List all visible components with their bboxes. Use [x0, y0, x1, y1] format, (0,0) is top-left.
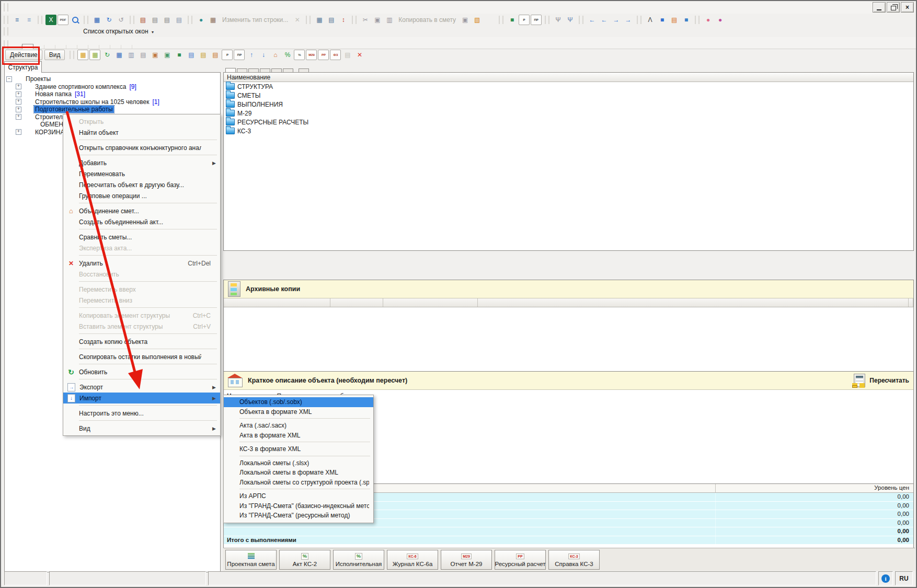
- insert-row-icon[interactable]: ▤: [326, 15, 337, 25]
- delete-object-icon[interactable]: ✕: [354, 50, 365, 60]
- import-submenu-item[interactable]: КС-3 в формате XML: [224, 444, 373, 454]
- context-menu-item[interactable]: Переместить вверх: [63, 284, 220, 295]
- object-tab[interactable]: [283, 68, 293, 72]
- copy-to-estimate-button[interactable]: Копировать в смету: [398, 16, 456, 24]
- section-icon[interactable]: ▦: [208, 15, 219, 25]
- menubar-item[interactable]: [77, 6, 86, 9]
- format-clean2-icon[interactable]: Ψ: [565, 15, 576, 25]
- object-tab[interactable]: [299, 68, 309, 72]
- recalculate-button[interactable]: Пересчитать: [854, 374, 909, 387]
- menubar-item[interactable]: [39, 6, 49, 9]
- minimize-button[interactable]: [873, 2, 886, 13]
- indent-right2-icon[interactable]: →: [623, 15, 634, 25]
- toolbar-grip[interactable]: [130, 16, 134, 24]
- tree-expander-icon[interactable]: +: [16, 129, 21, 135]
- context-menu-item[interactable]: Найти объект: [63, 127, 220, 138]
- restore-button[interactable]: [887, 2, 900, 13]
- report-tab-button[interactable]: М29 Отчет М-29: [441, 550, 492, 570]
- object-tab[interactable]: [225, 68, 236, 72]
- report-tab-button[interactable]: КС-6 Журнал КС-6а: [387, 550, 438, 570]
- tree-item[interactable]: + Новая папка [31]: [5, 90, 220, 98]
- context-menu-item[interactable]: Создать объединенный акт...: [63, 216, 220, 227]
- p-icon[interactable]: Р: [222, 50, 233, 60]
- percent-icon[interactable]: %: [282, 50, 293, 60]
- toolbar-grip[interactable]: [499, 16, 503, 24]
- archive-column-header[interactable]: [383, 298, 478, 307]
- folder-row[interactable]: СТРУКТУРА: [224, 82, 913, 91]
- folder-row[interactable]: КС-3: [224, 126, 913, 135]
- context-menu-item[interactable]: Сравнить сметы...: [63, 232, 220, 243]
- main-tab[interactable]: [121, 45, 132, 49]
- folder-row[interactable]: РЕСУРСНЫЕ РАСЧЕТЫ: [224, 118, 913, 126]
- menubar-item[interactable]: [67, 6, 77, 9]
- structure-tree-icon[interactable]: ≡: [12, 15, 22, 25]
- tree-expander-icon[interactable]: +: [16, 84, 21, 89]
- tree-item[interactable]: + Строительство школы на 1025 человек [1…: [5, 98, 220, 106]
- context-menu-item[interactable]: Создать копию объекта: [63, 336, 220, 347]
- undo-icon[interactable]: ↺: [116, 15, 127, 25]
- copy-fragment-icon[interactable]: ▣: [460, 15, 471, 25]
- row-delete-icon[interactable]: ▤: [162, 15, 173, 25]
- overheads-icon[interactable]: ●: [703, 15, 714, 25]
- import-submenu-item[interactable]: Локальной сметы со структурой проекта (.…: [224, 478, 373, 488]
- act-badge2-icon[interactable]: ▤: [210, 50, 221, 60]
- row-insert-icon[interactable]: ▤: [150, 15, 161, 25]
- globe-icon[interactable]: ●: [196, 15, 207, 25]
- toolbar-grip[interactable]: [579, 16, 583, 24]
- delete-row-icon[interactable]: ✕: [292, 15, 303, 25]
- save-icon[interactable]: ▦: [91, 15, 102, 25]
- materials-icon[interactable]: ▤: [669, 15, 680, 25]
- object-tab[interactable]: [237, 68, 247, 72]
- toolbar-grip[interactable]: [306, 16, 311, 24]
- menubar-item[interactable]: [86, 6, 96, 9]
- toolbar-grip[interactable]: [637, 16, 641, 24]
- price-level-header[interactable]: Уровень цен: [715, 484, 913, 492]
- toolbar-grip[interactable]: [38, 16, 42, 24]
- import-submenu-item[interactable]: Из "ГРАНД-Смета" (ресурсный метод): [224, 511, 373, 521]
- tree-expander-icon[interactable]: +: [16, 114, 21, 120]
- profit-icon[interactable]: ●: [715, 15, 726, 25]
- report-tab-button[interactable]: Проектная смета: [225, 550, 277, 570]
- main-tab[interactable]: [88, 45, 99, 49]
- context-menu-item[interactable]: Открыть: [63, 116, 220, 127]
- pdf-icon[interactable]: PDF: [58, 15, 68, 25]
- object-tab[interactable]: [271, 68, 282, 72]
- import-submenu-item[interactable]: Локальной сметы (.slsx): [224, 458, 373, 468]
- context-menu-item[interactable]: Удалить Ctrl+Del: [63, 258, 220, 269]
- tree-expander-icon[interactable]: +: [16, 99, 21, 105]
- m29-badge-icon[interactable]: М29: [306, 50, 317, 60]
- menubar-item[interactable]: [49, 6, 58, 9]
- document-icon[interactable]: ▤: [137, 50, 148, 60]
- toolbar-grip[interactable]: [84, 16, 88, 24]
- context-menu-item[interactable]: Переименовать: [63, 168, 220, 179]
- blank-page-icon[interactable]: ▤: [342, 50, 353, 60]
- context-menu-item[interactable]: Восстановить: [63, 269, 220, 280]
- context-menu-item[interactable]: Пересчитать объект в другую базу...: [63, 179, 220, 190]
- context-menu-item[interactable]: Вставить элемент структуры Ctrl+V: [63, 321, 220, 332]
- archive-column-header[interactable]: [478, 298, 909, 307]
- info-indicator[interactable]: i: [878, 571, 893, 585]
- tree-expander-icon[interactable]: +: [16, 91, 21, 97]
- copy-icon[interactable]: ▣: [372, 15, 383, 25]
- totals-row[interactable]: 0,00: [224, 527, 913, 536]
- object-tab[interactable]: [248, 68, 259, 72]
- contents-list-header[interactable]: Наименование: [224, 73, 913, 82]
- main-tab[interactable]: [44, 45, 55, 49]
- main-tab[interactable]: [66, 45, 77, 49]
- object-tab[interactable]: [260, 68, 270, 72]
- move-up-icon[interactable]: ↑: [246, 50, 257, 60]
- import-submenu-item[interactable]: Локальной сметы в формате XML: [224, 468, 373, 478]
- menubar-item[interactable]: [58, 6, 67, 9]
- report-tab-button[interactable]: КС-3 Справка КС-3: [548, 550, 600, 570]
- context-menu-item[interactable]: Открыть справочник конъюнктурного анализ…: [63, 142, 220, 153]
- totals-row[interactable]: Итого с выполнениями 0,00: [224, 536, 913, 545]
- context-menu-item[interactable]: Объединение смет...: [63, 205, 220, 216]
- toolbar-grip[interactable]: [4, 3, 8, 11]
- change-row-type-button[interactable]: Изменить тип строки...: [222, 16, 288, 24]
- context-menu-item[interactable]: Экспертиза акта...: [63, 243, 220, 253]
- calc-row-icon[interactable]: ▦: [314, 15, 325, 25]
- toolbar-grip[interactable]: [4, 27, 8, 36]
- sort-rows-icon[interactable]: ↕: [338, 15, 349, 25]
- menubar-item[interactable]: [20, 6, 30, 9]
- pp-badge-icon[interactable]: РР: [318, 50, 329, 60]
